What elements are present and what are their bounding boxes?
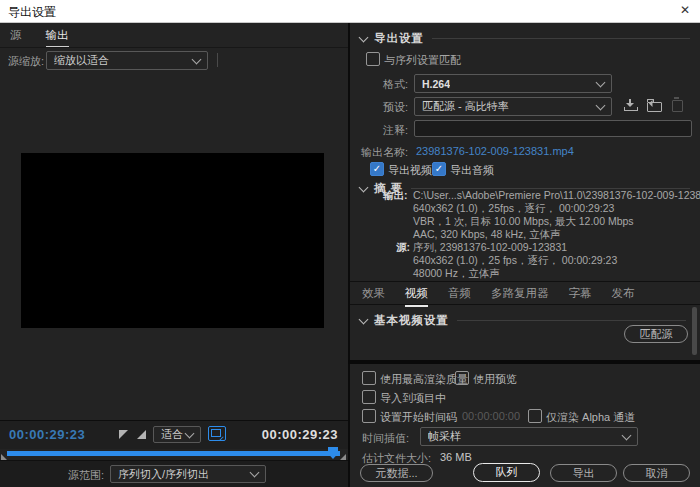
divider: [217, 53, 218, 67]
comment-input[interactable]: [414, 120, 692, 137]
basic-video-section-title: 基本视频设置: [374, 313, 449, 328]
max-render-quality-checkbox[interactable]: [362, 371, 376, 385]
queue-button-label: 队列: [496, 465, 518, 480]
zoom-level-value: 适合: [161, 427, 183, 442]
divider: [348, 360, 700, 364]
divider: [457, 320, 686, 321]
crop-source-icon[interactable]: [208, 426, 226, 441]
summary-source-lines: 序列, 23981376-102-009-123831 640x362 (1.0…: [413, 241, 617, 280]
export-audio-checkbox[interactable]: [432, 162, 446, 176]
metadata-button[interactable]: 元数据...: [360, 464, 433, 482]
export-video-checkbox[interactable]: [370, 162, 384, 176]
player-controls: 00:00:29:23 适合 00:00:29:23: [0, 420, 348, 449]
current-timecode[interactable]: 00:00:29:23: [9, 427, 85, 442]
export-settings-dialog: 导出设置 ✕ 源 输出 源缩放: 缩放以适合 00:00:29:23: [0, 0, 700, 487]
preset-dropdown[interactable]: 匹配源 - 高比特率: [414, 97, 612, 116]
summary-line: 640x362 (1.0)，25 fps，逐行， 00:00:29:23: [413, 254, 617, 267]
import-preset-icon[interactable]: [647, 98, 663, 112]
preview-panel: 源 输出 源缩放: 缩放以适合 00:00:29:23 适合: [0, 23, 348, 487]
summary-line: 序列, 23981376-102-009-123831: [413, 241, 617, 254]
chevron-down-icon: [596, 77, 606, 87]
delete-preset-icon[interactable]: [672, 98, 688, 112]
chevron-down-icon: [192, 54, 202, 64]
source-range-label: 源范围:: [68, 468, 104, 483]
summary-source-label: 源:: [396, 241, 410, 254]
render-alpha-only-checkbox[interactable]: [528, 409, 542, 423]
summary-output-label: 输出:: [383, 189, 408, 202]
format-dropdown[interactable]: H.264: [414, 74, 612, 93]
match-source-button[interactable]: 匹配源: [624, 325, 688, 343]
format-label: 格式:: [350, 77, 408, 92]
playhead[interactable]: [328, 447, 338, 459]
export-settings-panel: 导出设置 与序列设置匹配 格式: H.264 预设: 匹配源 - 高比特率: [348, 23, 700, 487]
preview-tabs: 源 输出: [10, 28, 69, 47]
divider: [350, 304, 700, 305]
source-range-dropdown[interactable]: 序列切入/序列切出: [110, 465, 266, 483]
collapse-chevron-icon[interactable]: [359, 182, 369, 192]
zoom-level-dropdown[interactable]: 适合: [153, 426, 201, 443]
set-start-timecode-label: 设置开始时间码: [380, 410, 457, 425]
time-interpolation-value: 帧采样: [428, 429, 461, 444]
set-start-timecode-checkbox[interactable]: [362, 409, 376, 423]
cancel-button[interactable]: 取消: [623, 464, 690, 482]
video-preview: [21, 153, 324, 328]
source-scaling-dropdown[interactable]: 缩放以适合: [46, 51, 208, 70]
scrollbar-thumb[interactable]: [692, 307, 697, 355]
preset-label: 预设:: [350, 100, 408, 115]
divider: [432, 38, 690, 39]
summary-line: 48000 Hz，立体声: [413, 267, 617, 280]
source-range-bar: 源范围: 序列切入/序列切出: [0, 460, 348, 487]
use-previews-label: 使用预览: [473, 372, 517, 387]
chevron-down-icon: [596, 100, 606, 110]
summary-line: 640x362 (1.0)，25fps，逐行， 00:00:29:23: [413, 202, 700, 215]
close-icon[interactable]: ✕: [680, 3, 690, 17]
use-previews-checkbox[interactable]: [455, 371, 469, 385]
export-section-header: 导出设置: [360, 31, 690, 45]
summary-line: AAC, 320 Kbps, 48 kHz, 立体声: [413, 228, 700, 241]
time-interpolation-label: 时间插值:: [362, 431, 409, 446]
duration-timecode: 00:00:29:23: [262, 427, 338, 442]
summary-line: VBR，1 次, 目标 10.00 Mbps, 最大 12.00 Mbps: [413, 215, 700, 228]
export-button[interactable]: 导出: [550, 464, 617, 482]
metadata-button-label: 元数据...: [375, 466, 417, 481]
start-timecode-value[interactable]: 00:00:00:00: [462, 410, 520, 422]
export-section-title: 导出设置: [374, 31, 424, 46]
chevron-down-icon: [250, 468, 260, 478]
set-in-point-icon[interactable]: [119, 430, 128, 439]
source-scaling-value: 缩放以适合: [54, 53, 109, 68]
cancel-button-label: 取消: [646, 466, 668, 481]
export-button-label: 导出: [573, 466, 595, 481]
set-out-point-icon[interactable]: [137, 430, 146, 439]
divider: [0, 47, 348, 48]
time-interpolation-dropdown[interactable]: 帧采样: [420, 427, 638, 446]
save-preset-icon[interactable]: [622, 98, 638, 112]
render-alpha-only-label: 仅渲染 Alpha 通道: [546, 410, 635, 425]
window-titlebar: 导出设置 ✕: [0, 0, 700, 23]
timeline-scrubber[interactable]: [7, 451, 340, 456]
tab-output[interactable]: 输出: [46, 28, 69, 47]
source-range-value: 序列切入/序列切出: [118, 467, 209, 482]
divider: [350, 281, 700, 282]
collapse-chevron-icon[interactable]: [359, 314, 369, 324]
summary-output-lines: C:\User...s\Adobe\Premiere Pro\11.0\2398…: [413, 189, 700, 241]
comment-label: 注释:: [350, 123, 408, 138]
output-name-label: 输出名称:: [350, 145, 408, 160]
export-audio-label: 导出音频: [450, 163, 494, 178]
format-value: H.264: [422, 78, 450, 90]
summary-line: C:\User...s\Adobe\Premiere Pro\11.0\2398…: [413, 189, 700, 202]
queue-button[interactable]: 队列: [473, 463, 540, 482]
output-name-link[interactable]: 23981376-102-009-123831.mp4: [416, 145, 574, 157]
collapse-chevron-icon[interactable]: [359, 32, 369, 42]
export-video-label: 导出视频: [388, 163, 432, 178]
import-into-project-label: 导入到项目中: [380, 391, 446, 406]
import-into-project-checkbox[interactable]: [362, 390, 376, 404]
tab-source[interactable]: 源: [10, 28, 22, 47]
window-title: 导出设置: [8, 4, 56, 21]
chevron-down-icon: [185, 428, 195, 438]
match-sequence-label: 与序列设置匹配: [384, 53, 461, 68]
chevron-down-icon: [622, 430, 632, 440]
preset-value: 匹配源 - 高比特率: [422, 99, 509, 114]
match-sequence-checkbox[interactable]: [366, 52, 380, 66]
dialog-body: 源 输出 源缩放: 缩放以适合 00:00:29:23 适合: [0, 23, 700, 487]
source-scaling-label: 源缩放:: [8, 54, 44, 69]
